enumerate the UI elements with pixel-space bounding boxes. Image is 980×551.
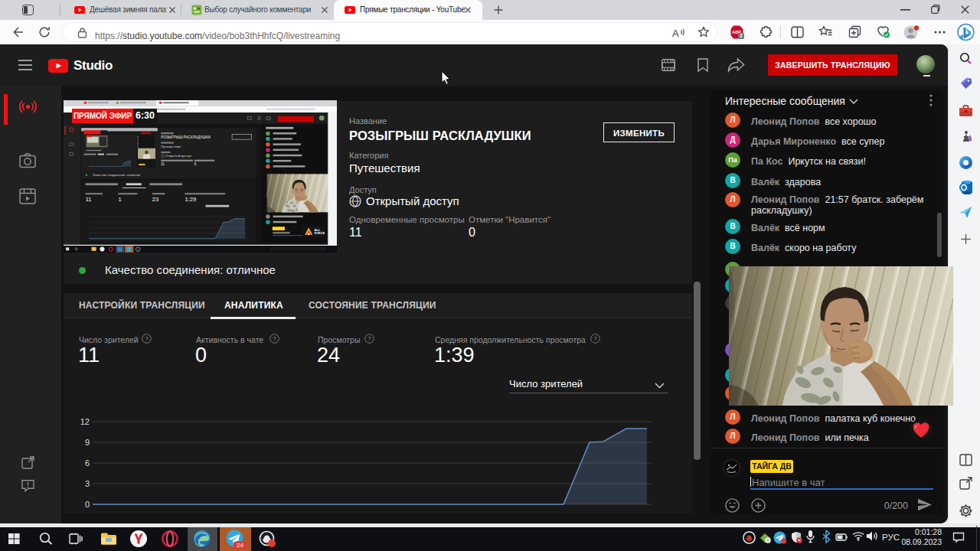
svg-text:?: ? [368, 335, 371, 342]
svg-text:?: ? [145, 335, 149, 342]
svg-text:12: 12 [80, 417, 90, 426]
svg-text:2: 2 [740, 33, 743, 38]
svg-text:?: ? [273, 335, 276, 342]
svg-text:?: ? [593, 335, 597, 342]
svg-text:9: 9 [85, 438, 90, 447]
svg-text:0: 0 [85, 500, 90, 509]
svg-text:6: 6 [85, 458, 90, 468]
svg-text:A: A [672, 28, 679, 39]
svg-text:3: 3 [85, 479, 90, 488]
